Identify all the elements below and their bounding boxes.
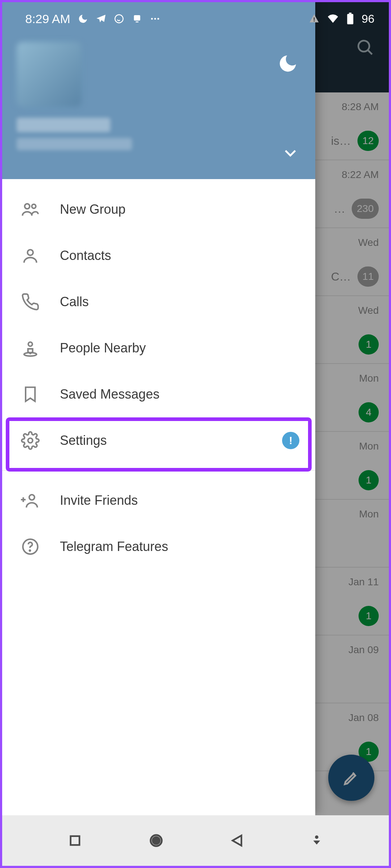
- menu-separator: [2, 470, 315, 471]
- svg-point-2: [25, 204, 30, 209]
- svg-point-25: [153, 837, 159, 844]
- svg-point-26: [315, 836, 318, 839]
- svg-rect-15: [136, 22, 139, 23]
- svg-point-3: [32, 204, 36, 208]
- bookmark-icon: [21, 385, 40, 404]
- svg-point-17: [154, 18, 156, 20]
- group-icon: [21, 200, 40, 219]
- battery-icon: [346, 13, 354, 25]
- user-phone: [17, 138, 132, 150]
- drawer-menu: New Group Contacts Calls People Nearby: [2, 179, 315, 815]
- status-time: 8:29 AM: [25, 12, 70, 26]
- svg-point-7: [28, 438, 33, 443]
- status-bar: 8:29 AM 96: [2, 2, 389, 35]
- add-person-icon: [21, 491, 40, 510]
- menu-label: Saved Messages: [60, 387, 159, 402]
- phone-icon: [21, 292, 40, 311]
- warning-icon: [309, 13, 320, 24]
- notification-icon: [132, 13, 142, 24]
- menu-label: Invite Friends: [60, 493, 138, 508]
- menu-label: People Nearby: [60, 340, 146, 356]
- svg-point-5: [28, 342, 32, 346]
- system-nav-bar: [2, 815, 389, 866]
- chevron-down-icon[interactable]: [282, 144, 299, 161]
- menu-contacts[interactable]: Contacts: [2, 233, 315, 279]
- menu-settings[interactable]: Settings !: [2, 417, 315, 464]
- svg-rect-14: [134, 15, 140, 21]
- svg-point-18: [157, 18, 159, 20]
- settings-alert-badge: !: [282, 432, 299, 449]
- menu-saved-messages[interactable]: Saved Messages: [2, 371, 315, 417]
- menu-label: Calls: [60, 294, 89, 309]
- svg-point-8: [29, 495, 35, 500]
- whatsapp-icon: [114, 13, 124, 24]
- telegram-icon: [96, 13, 106, 24]
- user-name: [17, 118, 110, 132]
- gear-icon: [21, 431, 40, 450]
- more-icon: [150, 13, 161, 24]
- nav-ime-button[interactable]: [310, 834, 324, 847]
- svg-point-4: [27, 250, 33, 256]
- person-icon: [21, 246, 40, 265]
- svg-point-16: [151, 18, 153, 20]
- menu-label: Settings: [60, 433, 107, 448]
- menu-new-group[interactable]: New Group: [2, 186, 315, 233]
- svg-rect-21: [347, 14, 353, 24]
- moon-icon: [78, 13, 88, 24]
- svg-rect-23: [71, 836, 80, 845]
- menu-people-nearby[interactable]: People Nearby: [2, 325, 315, 371]
- menu-label: New Group: [60, 202, 126, 217]
- svg-point-12: [30, 550, 31, 551]
- people-nearby-icon: [21, 339, 40, 357]
- menu-label: Telegram Features: [60, 539, 168, 554]
- battery-level: 96: [361, 12, 374, 26]
- avatar[interactable]: [17, 42, 82, 107]
- nav-recents-button[interactable]: [67, 833, 83, 848]
- menu-label: Contacts: [60, 248, 111, 263]
- svg-rect-19: [314, 17, 315, 20]
- svg-rect-20: [314, 21, 315, 22]
- wifi-icon: [327, 13, 339, 25]
- nav-home-button[interactable]: [148, 832, 164, 849]
- svg-rect-22: [349, 13, 352, 14]
- night-mode-icon[interactable]: [277, 53, 299, 74]
- nav-back-button[interactable]: [229, 833, 245, 848]
- menu-calls[interactable]: Calls: [2, 279, 315, 325]
- help-icon: [21, 537, 40, 556]
- svg-point-13: [115, 15, 123, 23]
- menu-telegram-features[interactable]: Telegram Features: [2, 524, 315, 570]
- menu-invite-friends[interactable]: Invite Friends: [2, 477, 315, 524]
- navigation-drawer: New Group Contacts Calls People Nearby: [2, 2, 315, 815]
